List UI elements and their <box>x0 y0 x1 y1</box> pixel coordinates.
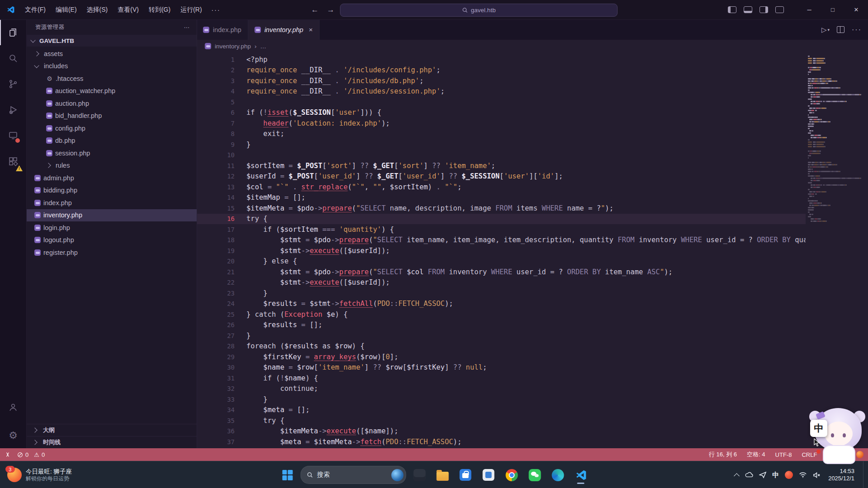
tree-item[interactable]: login.php <box>26 221 197 234</box>
paper-plane-icon[interactable] <box>759 471 766 479</box>
tree-item[interactable]: rules <box>26 160 197 172</box>
breadcrumb-file[interactable]: inventory.php <box>215 43 251 50</box>
editor-tab[interactable]: index.php <box>197 19 248 40</box>
account-icon[interactable] <box>0 394 26 420</box>
breadcrumb-symbol[interactable]: … <box>260 43 267 50</box>
encoding[interactable]: UTF-8 <box>775 451 792 458</box>
explorer-icon[interactable] <box>0 19 26 45</box>
code-line[interactable]: 19 $stmt->execute([$userId]); <box>197 245 806 256</box>
code-line[interactable]: 29 $firstKey = array_keys($row)[0]; <box>197 352 806 362</box>
code-line[interactable]: 34 $meta = []; <box>197 405 806 416</box>
code-line[interactable]: 12$userId = $_POST['user_id'] ?? $_GET['… <box>197 171 806 182</box>
editor-more-icon[interactable]: ··· <box>852 26 862 34</box>
menu-item[interactable]: 转到(G) <box>144 0 175 19</box>
code-line[interactable]: 17 if ($sortItem === 'quantity') { <box>197 224 806 235</box>
sogou-input-icon[interactable] <box>785 471 793 479</box>
minimap[interactable] <box>807 55 866 446</box>
mail-app-icon[interactable] <box>479 465 499 485</box>
taskbar-search[interactable]: 搜索 <box>301 466 406 484</box>
dark-app-icon[interactable] <box>410 465 429 485</box>
toggle-sidebar-icon[interactable] <box>728 6 736 13</box>
code-line[interactable]: 14$itemMap = []; <box>197 192 806 203</box>
code-line[interactable]: 13$col = "`" . str_replace("`", "", $sor… <box>197 182 806 192</box>
code-line[interactable]: 27} <box>197 330 806 341</box>
breadcrumb[interactable]: inventory.php › … <box>197 40 868 52</box>
extensions-icon[interactable] <box>0 148 26 174</box>
code-line[interactable]: 8 exit; <box>197 129 806 140</box>
split-editor-icon[interactable] <box>837 26 844 33</box>
maximize-button[interactable]: □ <box>821 0 844 19</box>
code-line[interactable]: 3require_once __DIR__ . '/includes/db.ph… <box>197 75 806 86</box>
remote-explorer-icon[interactable] <box>0 122 26 148</box>
run-debug-icon[interactable] <box>0 97 26 122</box>
code-line[interactable]: 6if (!isset($_SESSION['user'])) { <box>197 108 806 118</box>
command-center-search[interactable]: gavel.htb <box>340 4 618 17</box>
code-line[interactable]: 20 } else { <box>197 256 806 267</box>
tree-item[interactable]: inventory.php <box>26 209 197 222</box>
wechat-icon[interactable] <box>525 465 545 485</box>
wifi-icon[interactable] <box>799 472 807 478</box>
tree-item[interactable]: bidding.php <box>26 184 197 197</box>
explorer-more-icon[interactable]: ⋯ <box>184 24 191 31</box>
code-line[interactable]: 10 <box>197 150 806 161</box>
menu-item[interactable]: 选择(S) <box>82 0 113 19</box>
timeline-section[interactable]: 时间线 <box>26 436 197 448</box>
code-line[interactable]: 2require_once __DIR__ . '/includes/confi… <box>197 65 806 76</box>
tree-item[interactable]: includes <box>26 60 197 73</box>
tree-root[interactable]: GAVEL.HTB <box>26 35 197 47</box>
back-icon[interactable]: ← <box>311 5 319 14</box>
code-line[interactable]: 9} <box>197 139 806 150</box>
code-line[interactable]: 15$itemMeta = $pdo->prepare("SELECT name… <box>197 203 806 214</box>
tray-overflow-icon[interactable] <box>734 473 740 479</box>
outline-section[interactable]: 大纲 <box>26 424 197 436</box>
menu-item[interactable]: 编辑(E) <box>51 0 82 19</box>
editor-tab[interactable]: inventory.php× <box>248 19 320 40</box>
vscode-taskbar-icon[interactable] <box>571 465 591 485</box>
tree-item[interactable]: assets <box>26 47 197 60</box>
code-line[interactable]: 36 $itemMeta->execute([$name]); <box>197 426 806 437</box>
code-line[interactable]: 18 $stmt = $pdo->prepare("SELECT item_na… <box>197 235 806 246</box>
problems-indicator[interactable]: 0 ⚠ 0 <box>17 451 45 458</box>
code-line[interactable]: 1<?php <box>197 54 806 65</box>
tree-item[interactable]: register.php <box>26 246 197 259</box>
edge-icon[interactable] <box>548 465 568 485</box>
minimize-button[interactable]: ─ <box>797 0 821 19</box>
close-icon[interactable]: × <box>309 26 313 33</box>
menubar-overflow[interactable]: ··· <box>207 6 225 14</box>
code-line[interactable]: 11$sortItem = $_POST['sort'] ?? $_GET['s… <box>197 160 806 171</box>
code-line[interactable]: 25} catch (Exception $e) { <box>197 309 806 320</box>
show-desktop-button[interactable] <box>863 461 865 488</box>
clock[interactable]: 14:53 2025/12/1 <box>828 468 854 482</box>
tree-item[interactable]: session.php <box>26 147 197 160</box>
code-line[interactable]: 16try { <box>197 214 806 225</box>
close-button[interactable]: ✕ <box>844 0 868 19</box>
menu-item[interactable]: 运行(R) <box>175 0 207 19</box>
toggle-secondary-sidebar-icon[interactable] <box>760 6 768 13</box>
code-line[interactable]: 35 try { <box>197 415 806 426</box>
indent-setting[interactable]: 空格: 4 <box>747 450 765 459</box>
cursor-position[interactable]: 行 16, 列 6 <box>709 450 737 459</box>
code-line[interactable]: 7 header('Location: index.php'); <box>197 118 806 129</box>
code-line[interactable]: 30 $name = $row['item_name'] ?? $row[$fi… <box>197 362 806 373</box>
tree-item[interactable]: db.php <box>26 135 197 147</box>
code-line[interactable]: 31 if (!$name) { <box>197 373 806 384</box>
code-line[interactable]: 26 $results = []; <box>197 320 806 331</box>
remote-indicator[interactable] <box>5 451 11 458</box>
code-area[interactable]: 1<?php2require_once __DIR__ . '/includes… <box>197 52 868 448</box>
file-explorer-icon[interactable] <box>433 465 453 485</box>
settings-gear-icon[interactable]: ⚙ <box>0 422 26 448</box>
run-file-icon[interactable]: ▷▾ <box>821 26 830 34</box>
tree-item[interactable]: bid_handler.php <box>26 110 197 122</box>
tree-item[interactable]: index.php <box>26 197 197 209</box>
code-line[interactable]: 4require_once __DIR__ . '/includes/sessi… <box>197 86 806 97</box>
tree-item[interactable]: config.php <box>26 122 197 135</box>
code-line[interactable]: 22 $stmt->execute([$userId]); <box>197 277 806 288</box>
code-line[interactable]: 23 } <box>197 288 806 299</box>
tree-item[interactable]: auction.php <box>26 97 197 110</box>
code-line[interactable]: 5 <box>197 97 806 108</box>
chrome-icon[interactable] <box>502 465 522 485</box>
code-line[interactable]: 28foreach ($results as $row) { <box>197 341 806 352</box>
menu-item[interactable]: 文件(F) <box>20 0 51 19</box>
toggle-panel-icon[interactable] <box>744 6 752 13</box>
code-line[interactable]: 32 continue; <box>197 384 806 394</box>
